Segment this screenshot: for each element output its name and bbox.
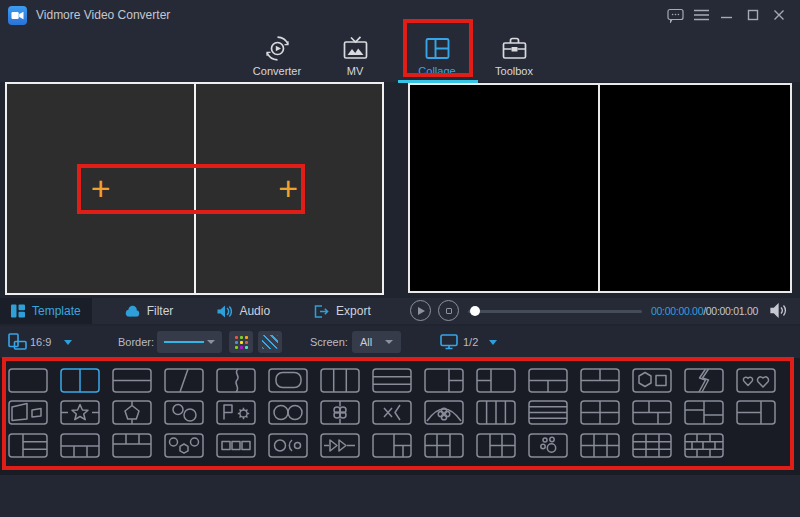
canvas-divider[interactable] bbox=[194, 84, 196, 293]
template-item-grid22[interactable] bbox=[580, 400, 620, 425]
template-item-archflower[interactable] bbox=[424, 400, 464, 425]
tab-label: Audio bbox=[239, 304, 270, 318]
template-item-squares3[interactable] bbox=[216, 433, 256, 458]
collage-icon bbox=[402, 34, 472, 62]
template-item-cloversplit[interactable] bbox=[320, 400, 360, 425]
template-item-circ2[interactable] bbox=[268, 400, 308, 425]
template-item-grid33[interactable] bbox=[632, 433, 672, 458]
template-item-left1rightgrid[interactable] bbox=[476, 433, 516, 458]
menu-icon[interactable] bbox=[688, 0, 714, 30]
nav-label: Converter bbox=[242, 65, 312, 77]
template-item-top1bottom3[interactable] bbox=[60, 433, 100, 458]
template-item-single[interactable] bbox=[8, 368, 48, 393]
tab-export[interactable]: Export bbox=[303, 298, 382, 324]
template-toolbar: 16:9 Border: Screen: All bbox=[0, 326, 800, 358]
screen-label: Screen: bbox=[310, 336, 348, 348]
template-row-1 bbox=[8, 368, 776, 393]
seek-thumb[interactable] bbox=[470, 306, 480, 316]
close-button[interactable] bbox=[766, 0, 792, 30]
template-item-circarcdot[interactable] bbox=[268, 433, 308, 458]
template-item-top3bottom1[interactable] bbox=[112, 433, 152, 458]
tab-template[interactable]: Template bbox=[0, 298, 92, 324]
border-pattern-button[interactable] bbox=[258, 331, 282, 353]
mv-icon bbox=[320, 34, 390, 62]
template-item-rows2[interactable] bbox=[112, 368, 152, 393]
border-label: Border: bbox=[118, 336, 154, 348]
template-item-xbracket[interactable] bbox=[372, 400, 412, 425]
aspect-ratio-value[interactable]: 16:9 bbox=[30, 336, 51, 348]
template-item-cols3[interactable] bbox=[320, 368, 360, 393]
template-item-skewquads[interactable] bbox=[8, 400, 48, 425]
border-style-dropdown[interactable] bbox=[157, 331, 222, 353]
export-icon bbox=[314, 305, 329, 318]
player-bar: 00:00:00.00/00:00:01.00 bbox=[404, 298, 800, 324]
template-item-rows4[interactable] bbox=[528, 400, 568, 425]
toolbox-icon bbox=[479, 34, 549, 62]
feedback-bubble-icon[interactable] bbox=[662, 0, 688, 30]
screen-value: All bbox=[360, 336, 372, 348]
template-item-pipround[interactable] bbox=[268, 368, 308, 393]
template-item-circhexcirc[interactable] bbox=[164, 433, 204, 458]
nav-tab-converter[interactable]: Converter bbox=[242, 34, 312, 77]
template-item-rows3[interactable] bbox=[372, 368, 412, 393]
hatch-pattern-icon bbox=[262, 335, 278, 349]
nav-tab-toolbox[interactable]: Toolbox bbox=[479, 34, 549, 77]
video-preview bbox=[408, 83, 792, 293]
play-button[interactable] bbox=[410, 300, 431, 321]
template-item-gridL22R1[interactable] bbox=[424, 433, 464, 458]
template-item-gridbrick[interactable] bbox=[684, 433, 724, 458]
template-item-left2-rightbig[interactable] bbox=[476, 368, 516, 393]
nav-label: Collage bbox=[402, 65, 472, 77]
time-current: 00:00:00.00 bbox=[651, 305, 703, 317]
border-color-button[interactable] bbox=[229, 331, 253, 353]
page-indicator: 1/2 bbox=[463, 336, 478, 348]
aspect-ratio-icon bbox=[8, 333, 27, 354]
template-grid bbox=[0, 358, 800, 475]
screen-dropdown[interactable]: All bbox=[352, 331, 401, 353]
template-item-left1right3[interactable] bbox=[8, 433, 48, 458]
page-dropdown-arrow[interactable] bbox=[489, 340, 497, 345]
audio-icon bbox=[217, 305, 232, 318]
window-title: Vidmore Video Converter bbox=[36, 8, 170, 22]
nav-tab-collage[interactable]: Collage bbox=[402, 34, 472, 77]
template-item-cols4[interactable] bbox=[476, 400, 516, 425]
add-video-button-left[interactable]: + bbox=[91, 170, 111, 204]
volume-icon[interactable] bbox=[770, 303, 787, 322]
editor-tabbar: Template Filter Audio bbox=[0, 298, 402, 324]
template-item-diag[interactable] bbox=[164, 368, 204, 393]
template-item-gridasym1[interactable] bbox=[632, 400, 672, 425]
stop-button[interactable] bbox=[438, 300, 459, 321]
template-item-left1right2b[interactable] bbox=[372, 433, 412, 458]
template-icon bbox=[11, 304, 25, 318]
template-item-grid32[interactable] bbox=[580, 433, 620, 458]
monitor-icon bbox=[440, 334, 458, 354]
minimize-button[interactable] bbox=[714, 0, 740, 30]
add-video-button-right[interactable]: + bbox=[278, 170, 298, 204]
template-item-starsplit[interactable] bbox=[60, 400, 100, 425]
template-item-bolt[interactable] bbox=[684, 368, 724, 393]
template-item-top2-bottom1[interactable] bbox=[580, 368, 620, 393]
template-item-arrows2[interactable] bbox=[320, 433, 360, 458]
app-logo-icon bbox=[8, 6, 27, 25]
titlebar: Vidmore Video Converter bbox=[0, 0, 800, 30]
template-item-hearts[interactable] bbox=[736, 368, 776, 393]
seek-slider[interactable] bbox=[468, 298, 642, 324]
template-item-hexsquare[interactable] bbox=[632, 368, 672, 393]
tab-filter[interactable]: Filter bbox=[114, 298, 185, 324]
template-item-left2right1[interactable] bbox=[736, 400, 776, 425]
template-item-top1-bottom2[interactable] bbox=[528, 368, 568, 393]
template-item-dotscatter[interactable] bbox=[528, 433, 568, 458]
template-item-gridasym2[interactable] bbox=[684, 400, 724, 425]
template-item-curve[interactable] bbox=[216, 368, 256, 393]
collage-edit-canvas: + + bbox=[5, 82, 384, 295]
maximize-button[interactable] bbox=[740, 0, 766, 30]
template-item-flaggear[interactable] bbox=[216, 400, 256, 425]
template-item-circ2diag[interactable] bbox=[164, 400, 204, 425]
aspect-ratio-dropdown-arrow[interactable] bbox=[64, 340, 72, 345]
template-item-leftbig-right2[interactable] bbox=[424, 368, 464, 393]
converter-icon bbox=[242, 34, 312, 62]
tab-audio[interactable]: Audio bbox=[206, 298, 281, 324]
template-item-cols2[interactable] bbox=[60, 368, 100, 393]
template-item-pentsplit[interactable] bbox=[112, 400, 152, 425]
nav-tab-mv[interactable]: MV bbox=[320, 34, 390, 77]
